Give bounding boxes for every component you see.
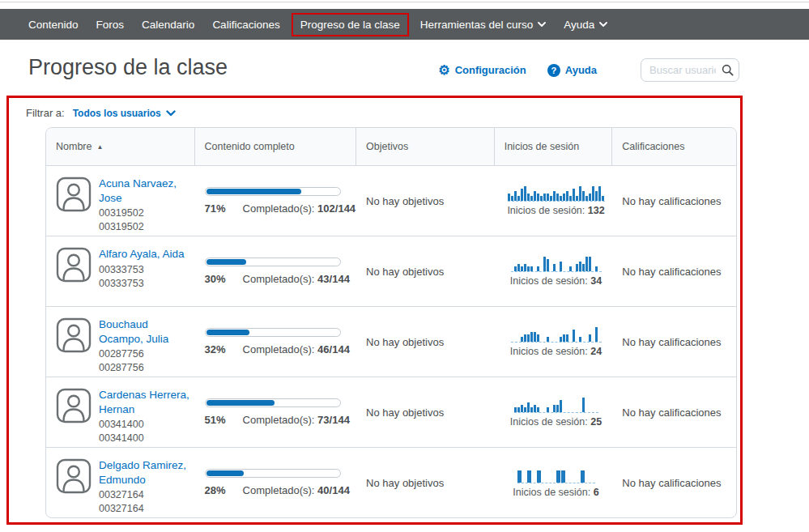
column-header-inicios-de-sesion[interactable]: Inicios de sesión	[495, 128, 613, 165]
content-complete-cell: 51% Completado(s): 73/144	[195, 377, 357, 447]
org-id: 00333753	[99, 278, 194, 289]
table-row[interactable]: Alfaro Ayala, Aida 00333753 00333753 30%…	[46, 236, 736, 306]
no-grades-text: No hay calificaciones	[622, 336, 721, 348]
annotation-red-frame: Filtrar a: Todos los usuarios Nombre ▲ C…	[6, 96, 743, 525]
column-header-contenido-completo[interactable]: Contenido completo	[195, 128, 357, 165]
org-id: 00333753	[99, 264, 194, 275]
nav-item-calendario[interactable]: Calendario	[133, 14, 203, 36]
org-id: 00327164	[99, 503, 194, 514]
logins-count-text: Inicios de sesión: 34	[510, 275, 602, 287]
progress-bar	[205, 469, 341, 478]
avatar[interactable]	[56, 247, 92, 283]
table-row[interactable]: Delgado Ramirez, Edmundo 00327164 003271…	[46, 447, 736, 517]
content-complete-cell: 30% Completado(s): 43/144	[195, 236, 357, 306]
objectives-cell: No hay objetivos	[356, 236, 495, 306]
table-row[interactable]: Cardenas Herrera, Hernan 00341400 003414…	[46, 377, 736, 447]
column-header-nombre[interactable]: Nombre ▲	[46, 128, 195, 165]
logins-sparkline-chart	[517, 468, 595, 483]
table-body: Acuna Narvaez, Jose 00319502 00319502 71…	[46, 165, 736, 517]
table-row[interactable]: Acuna Narvaez, Jose 00319502 00319502 71…	[46, 165, 736, 236]
search-icon[interactable]	[722, 64, 734, 79]
avatar[interactable]	[56, 388, 92, 423]
nav-item-herramientas-del-curso[interactable]: Herramientas del curso	[411, 14, 556, 36]
completed-value: 73/144	[317, 414, 350, 426]
completed-label: Completado(s): 43/144	[243, 273, 350, 285]
no-objectives-text: No hay objetivos	[366, 406, 444, 419]
progress-text: 32% Completado(s): 46/144	[205, 343, 357, 355]
name-block: Bouchaud Ocampo, Julia 00287756 00287756	[99, 317, 194, 373]
avatar[interactable]	[56, 458, 92, 494]
content-complete-cell: 28% Completado(s): 40/144	[195, 448, 357, 517]
column-label: Nombre	[56, 141, 92, 152]
progress-text: 51% Completado(s): 73/144	[205, 414, 357, 426]
filter-dropdown[interactable]: Todos los usuarios	[73, 108, 176, 119]
name-block: Acuna Narvaez, Jose 00319502 00319502	[99, 177, 194, 232]
nav-item-progreso-de-la-clase[interactable]: Progreso de la clase	[292, 13, 409, 36]
chevron-down-icon	[599, 22, 607, 27]
objectives-cell: No hay objetivos	[356, 377, 495, 447]
progress-bar-fill	[207, 259, 247, 265]
student-name-link[interactable]: Bouchaud Ocampo, Julia	[99, 317, 194, 346]
grades-cell: No hay calificaciones	[612, 448, 736, 517]
completed-value: 43/144	[317, 273, 350, 285]
page-title: Progreso de la clase	[28, 55, 228, 80]
org-id: 00287756	[99, 362, 194, 373]
name-cell: Alfaro Ayala, Aida 00333753 00333753	[46, 236, 195, 306]
progress-bar	[205, 257, 341, 266]
no-grades-text: No hay calificaciones	[622, 195, 721, 207]
percent-label: 51%	[205, 414, 226, 426]
student-name-link[interactable]: Acuna Narvaez, Jose	[99, 177, 194, 205]
name-block: Alfaro Ayala, Aida 00333753 00333753	[99, 247, 194, 289]
name-cell: Bouchaud Ocampo, Julia 00287756 00287756	[46, 307, 195, 377]
no-grades-text: No hay calificaciones	[622, 266, 721, 278]
logins-cell: Inicios de sesión: 6	[495, 448, 613, 517]
column-header-calificaciones[interactable]: Calificaciones	[612, 128, 736, 165]
completed-label: Completado(s): 73/144	[243, 414, 350, 426]
nav-item-foros[interactable]: Foros	[87, 14, 134, 36]
org-id: 00319502	[99, 221, 194, 232]
logins-cell: Inicios de sesión: 25	[495, 377, 613, 447]
logins-sparkline-chart	[511, 327, 602, 343]
help-label: Ayuda	[565, 64, 597, 76]
objectives-cell: No hay objetivos	[356, 448, 495, 517]
logins-sparkline-chart	[511, 257, 602, 272]
nav-item-label: Ayuda	[564, 19, 594, 31]
nav-item-contenido[interactable]: Contenido	[19, 14, 87, 36]
name-cell: Acuna Narvaez, Jose 00319502 00319502	[46, 166, 195, 236]
percent-label: 71%	[205, 202, 226, 215]
table-row[interactable]: Bouchaud Ocampo, Julia 00287756 00287756…	[46, 306, 736, 377]
org-id: 00287756	[99, 348, 194, 360]
settings-button[interactable]: ⚙ Configuración	[438, 64, 526, 77]
avatar[interactable]	[56, 177, 92, 212]
chevron-down-icon	[538, 22, 546, 27]
progress-bar	[205, 328, 341, 337]
completed-value: 102/144	[317, 202, 356, 215]
table-header: Nombre ▲ Contenido completo Objetivos In…	[46, 128, 736, 165]
logins-cell: Inicios de sesión: 34	[495, 236, 613, 306]
percent-label: 30%	[205, 273, 226, 285]
progress-bar-fill	[207, 400, 275, 406]
logins-count-value: 132	[588, 205, 605, 216]
column-header-objetivos[interactable]: Objetivos	[356, 128, 495, 165]
help-button[interactable]: ? Ayuda	[547, 64, 597, 77]
student-name-link[interactable]: Delgado Ramirez, Edmundo	[99, 458, 194, 487]
nav-item-calificaciones[interactable]: Calificaciones	[203, 14, 288, 36]
name-cell: Delgado Ramirez, Edmundo 00327164 003271…	[46, 448, 195, 517]
avatar[interactable]	[56, 317, 92, 353]
top-divider	[0, 2, 809, 2]
logins-count-text: Inicios de sesión: 132	[507, 205, 604, 216]
nav-item-label: Herramientas del curso	[420, 19, 534, 31]
gear-icon: ⚙	[438, 64, 449, 77]
completed-label: Completado(s): 46/144	[243, 343, 350, 355]
org-id: 00341400	[99, 432, 194, 444]
progress-bar-fill	[207, 189, 302, 194]
progress-bar	[205, 187, 341, 196]
progress-bar-fill	[207, 470, 244, 476]
help-icon: ?	[547, 64, 560, 77]
progress-text: 28% Completado(s): 40/144	[205, 484, 357, 496]
progress-bar-fill	[207, 330, 249, 335]
nav-item-ayuda[interactable]: Ayuda	[555, 14, 616, 36]
student-name-link[interactable]: Alfaro Ayala, Aida	[99, 247, 194, 262]
filter-row: Filtrar a: Todos los usuarios	[26, 107, 740, 119]
student-name-link[interactable]: Cardenas Herrera, Hernan	[99, 388, 194, 416]
